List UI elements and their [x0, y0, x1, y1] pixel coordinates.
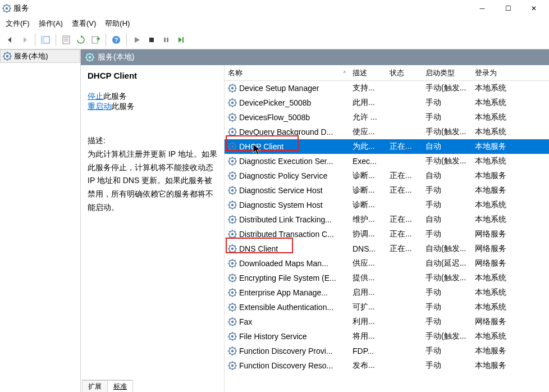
service-name: Enterprise App Manage...	[239, 288, 328, 297]
service-name: Diagnostic Service Host	[239, 186, 323, 195]
service-state: 正在...	[386, 215, 422, 225]
help-button[interactable]: ?	[109, 33, 123, 47]
service-logon: 网络服务	[472, 258, 533, 268]
gear-icon	[228, 288, 237, 297]
gear-icon	[228, 98, 237, 107]
service-logon: 网络服务	[472, 229, 533, 239]
pane-header-label: 服务(本地)	[98, 52, 134, 62]
gear-icon	[228, 142, 237, 151]
gear-icon	[228, 84, 237, 93]
service-row[interactable]: Diagnostic Service Host诊断...正在...手动本地服务	[225, 183, 549, 198]
gear-icon	[228, 303, 237, 312]
refresh-button[interactable]	[74, 33, 88, 47]
properties-button[interactable]	[60, 33, 73, 47]
minimize-button[interactable]: ─	[469, 0, 495, 17]
restart-link[interactable]: 重启动	[88, 102, 111, 111]
gear-icon	[228, 347, 237, 355]
stop-suffix: 此服务	[103, 92, 127, 101]
service-desc: 发布...	[349, 361, 386, 371]
pause-service-button[interactable]	[159, 33, 173, 47]
service-name: Distributed Transaction C...	[239, 230, 334, 239]
sort-asc-icon: ^	[344, 70, 346, 76]
restart-service-button[interactable]	[174, 33, 187, 47]
service-row[interactable]: DHCP Client为此...正在...自动本地服务	[225, 139, 549, 154]
service-row[interactable]: DevicesFlow_5008b允许 ...手动本地系统	[225, 110, 549, 125]
forward-button[interactable]	[18, 33, 31, 47]
col-logon[interactable]: 登录为	[472, 65, 533, 80]
service-logon: 本地系统	[472, 156, 533, 166]
service-start: 手动	[422, 302, 472, 312]
service-row[interactable]: Enterprise App Manage...启用...手动本地系统	[225, 285, 549, 300]
stop-link[interactable]: 停止	[88, 92, 103, 101]
service-start: 手动	[422, 200, 472, 210]
show-hide-tree-button[interactable]	[39, 33, 52, 47]
stop-service-button[interactable]	[145, 33, 158, 47]
service-start: 手动	[422, 98, 472, 108]
window-title: 服务	[13, 3, 29, 13]
service-row[interactable]: DevQuery Background D...使应...手动(触发...本地系…	[225, 125, 549, 139]
service-logon: 本地服务	[472, 361, 533, 371]
service-start: 自动	[422, 142, 472, 152]
service-row[interactable]: Diagnostic System Host诊断...手动本地系统	[225, 198, 549, 212]
col-state[interactable]: 状态	[386, 65, 422, 80]
service-desc: 可扩...	[349, 302, 386, 312]
service-name: DevicePicker_5008b	[239, 98, 311, 107]
service-row[interactable]: DevicePicker_5008b此用...手动本地系统	[225, 95, 549, 110]
service-state: 正在...	[386, 229, 422, 239]
gear-icon	[228, 317, 237, 326]
service-row[interactable]: Encrypting File System (E...提供...手动(触发..…	[225, 271, 549, 285]
service-state: 正在...	[386, 142, 422, 152]
gear-icon	[228, 113, 237, 122]
service-row[interactable]: Function Discovery Provi...FDP...手动本地服务	[225, 344, 549, 358]
service-row[interactable]: Downloaded Maps Man...供应...自动(延迟...网络服务	[225, 256, 549, 271]
menu-view[interactable]: 查看(V)	[67, 17, 100, 30]
tree-root-label: 服务(本地)	[14, 51, 48, 61]
service-desc: 将用...	[349, 331, 386, 341]
service-logon: 本地系统	[472, 302, 533, 312]
tree-root-services[interactable]: 服务(本地)	[0, 49, 80, 63]
service-row[interactable]: Distributed Transaction C...协调...正在...手动…	[225, 227, 549, 241]
menu-help[interactable]: 帮助(H)	[100, 17, 134, 30]
service-row[interactable]: File History Service将用...手动(触发...本地系统	[225, 329, 549, 344]
service-name: Diagnostic Policy Service	[239, 171, 327, 180]
service-logon: 本地系统	[472, 200, 533, 210]
close-button[interactable]: ✕	[521, 0, 547, 17]
export-button[interactable]	[89, 33, 102, 47]
service-start: 手动	[422, 317, 472, 327]
tab-standard[interactable]: 标准	[107, 380, 133, 392]
gear-icon	[228, 332, 237, 341]
col-name[interactable]: 名称^	[225, 65, 349, 80]
service-row[interactable]: DNS ClientDNS...正在...自动(触发...网络服务	[225, 241, 549, 256]
service-name: Encrypting File System (E...	[239, 274, 336, 282]
tab-extended[interactable]: 扩展	[82, 380, 108, 392]
service-row[interactable]: Fax利用...手动网络服务	[225, 314, 549, 329]
col-start[interactable]: 启动类型	[422, 65, 472, 80]
menu-file[interactable]: 文件(F)	[1, 17, 34, 30]
service-row[interactable]: Device Setup Manager支持...手动(触发...本地系统	[225, 81, 549, 95]
service-desc: 为此...	[349, 142, 386, 152]
service-row[interactable]: Extensible Authentication...可扩...手动本地系统	[225, 300, 549, 314]
svg-rect-21	[167, 38, 168, 42]
service-desc: 维护...	[349, 215, 386, 225]
service-logon: 本地系统	[472, 127, 533, 137]
service-row[interactable]: Diagnostic Policy Service诊断...正在...自动本地服…	[225, 168, 549, 183]
maximize-button[interactable]: ☐	[495, 0, 521, 17]
service-row[interactable]: Diagnostic Execution Ser...Exec...手动(触发.…	[225, 154, 549, 168]
restart-suffix: 此服务	[111, 102, 135, 111]
gear-icon	[228, 361, 237, 370]
gear-icon	[228, 200, 237, 209]
service-row[interactable]: Distributed Link Tracking...维护...正在...自动…	[225, 212, 549, 227]
service-desc: 提供...	[349, 273, 386, 283]
col-desc[interactable]: 描述	[349, 65, 386, 80]
back-button[interactable]	[3, 33, 17, 47]
service-start: 手动(触发...	[422, 83, 472, 93]
service-row[interactable]: Function Discovery Reso...发布...手动本地服务	[225, 358, 549, 373]
list-header: 名称^ 描述 状态 启动类型 登录为	[225, 65, 549, 81]
service-start: 手动	[422, 361, 472, 371]
service-logon: 本地系统	[472, 98, 533, 108]
menu-action[interactable]: 操作(A)	[34, 17, 67, 30]
service-logon: 本地服务	[472, 142, 533, 152]
start-service-button[interactable]	[130, 33, 144, 47]
service-logon: 本地系统	[472, 112, 533, 122]
service-desc: 诊断...	[349, 185, 386, 195]
